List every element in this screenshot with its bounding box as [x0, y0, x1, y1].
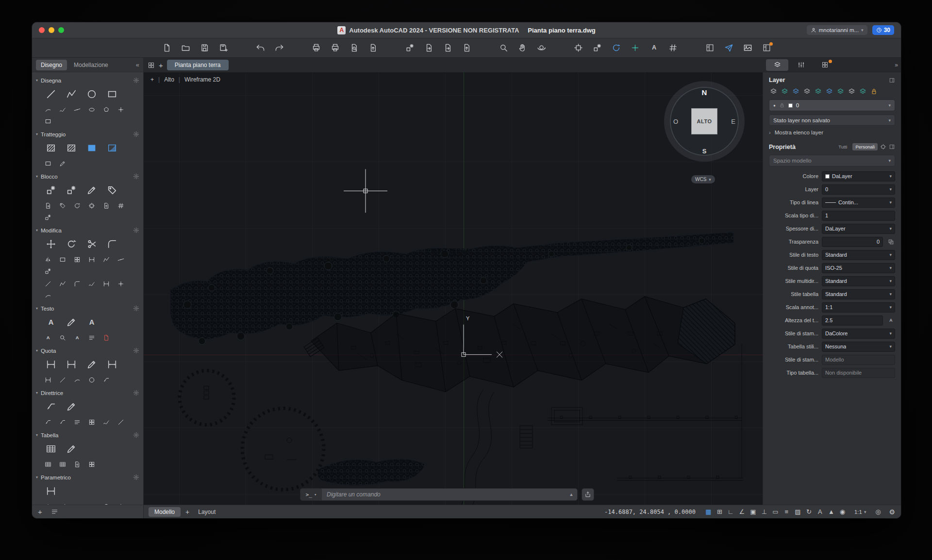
- orbit-button[interactable]: [534, 41, 549, 55]
- undock-layer-panel-button[interactable]: [889, 77, 895, 83]
- lengthen-tool[interactable]: [42, 290, 54, 300]
- new-drawing-tab-button[interactable]: +: [159, 61, 163, 69]
- hashtag-field-button[interactable]: [666, 41, 680, 55]
- section-header[interactable]: ▾Disegna: [36, 75, 139, 85]
- selection-dropdown[interactable]: Spazio modello ▾: [769, 155, 895, 166]
- plot-button[interactable]: [309, 41, 323, 55]
- document-tab[interactable]: Pianta piano terra: [167, 60, 229, 70]
- compass-west-label[interactable]: O: [673, 118, 678, 125]
- section-header[interactable]: ▾Tabella: [36, 430, 139, 440]
- text-style-tool[interactable]: [83, 314, 100, 330]
- trim-tool[interactable]: [83, 236, 100, 252]
- layer-lock-button[interactable]: [814, 87, 823, 96]
- export-layout-button[interactable]: [440, 41, 455, 55]
- undock-properties-button[interactable]: [889, 144, 895, 150]
- properties-palette-tab[interactable]: [790, 59, 812, 71]
- point-tool[interactable]: [115, 104, 127, 115]
- filter-custom-button[interactable]: Personali: [852, 143, 878, 150]
- insert-block-button[interactable]: [402, 41, 417, 55]
- section-settings-button[interactable]: [133, 131, 139, 137]
- hatch-solid-tool[interactable]: [83, 140, 100, 156]
- property-field[interactable]: 2.5: [822, 315, 883, 326]
- blend-curves-tool[interactable]: [85, 279, 98, 289]
- compass-south-label[interactable]: S: [702, 148, 707, 155]
- symmetric-constraint-tool[interactable]: [115, 501, 127, 505]
- leader-landing-tool[interactable]: [115, 417, 127, 427]
- model-tab[interactable]: Modello: [149, 507, 181, 517]
- user-menu-button[interactable]: mnotarianni m... ▾: [807, 25, 867, 35]
- section-settings-button[interactable]: [133, 347, 139, 354]
- viewport-menu-button[interactable]: +: [150, 76, 154, 83]
- line-tool[interactable]: [42, 86, 60, 102]
- sync-attributes-tool[interactable]: [71, 200, 83, 211]
- rectangle-tool[interactable]: [103, 86, 121, 102]
- zoom-button[interactable]: [58, 27, 64, 33]
- layer-properties-button[interactable]: [769, 87, 778, 96]
- break-tool[interactable]: [42, 279, 54, 289]
- set-base-point-tool[interactable]: [85, 200, 98, 211]
- property-field[interactable]: Standard▾: [822, 289, 895, 299]
- filter-all-button[interactable]: Tutti: [835, 143, 850, 150]
- save-file-button[interactable]: [197, 41, 212, 55]
- layer-off-button[interactable]: [802, 87, 812, 96]
- layer-unisolate-button[interactable]: [836, 87, 845, 96]
- property-field[interactable]: Contin...▾: [822, 198, 895, 208]
- section-settings-button[interactable]: [133, 227, 139, 233]
- publish-button[interactable]: [366, 41, 380, 55]
- layer-state-dropdown[interactable]: Stato layer non salvato ▾: [769, 115, 895, 126]
- erase-tool[interactable]: [115, 254, 127, 264]
- property-field[interactable]: Standard▾: [822, 250, 895, 260]
- zoom-window-button[interactable]: [496, 41, 511, 55]
- stretch-tool[interactable]: [100, 254, 112, 264]
- perpendicular-constraint-tool[interactable]: [71, 501, 83, 505]
- polar-tracking-toggle[interactable]: ∠: [737, 507, 747, 517]
- ellipse-tool[interactable]: [85, 104, 98, 115]
- edit-table-tool[interactable]: [62, 441, 80, 457]
- new-file-button[interactable]: [159, 41, 174, 55]
- property-field[interactable]: 0▾: [822, 184, 895, 195]
- annotation-scale-button[interactable]: 1:1 ▾: [852, 509, 868, 515]
- minimize-button[interactable]: [49, 27, 54, 33]
- section-settings-button[interactable]: [133, 474, 139, 480]
- explode-tool[interactable]: [42, 266, 54, 276]
- gradient-tool[interactable]: [103, 140, 121, 156]
- dimension-tool[interactable]: [42, 357, 60, 372]
- close-button[interactable]: [39, 27, 45, 33]
- mirror-tool[interactable]: [42, 254, 54, 264]
- property-field[interactable]: 1: [822, 211, 895, 221]
- export-table-tool[interactable]: [71, 459, 83, 469]
- edit-dimension-tool[interactable]: [83, 357, 100, 372]
- join-tool[interactable]: [56, 279, 68, 289]
- angular-dimension-tool[interactable]: [71, 375, 83, 385]
- compass-north-label[interactable]: N: [702, 88, 707, 97]
- layer-merge-button[interactable]: [847, 87, 856, 96]
- command-input[interactable]: [322, 489, 566, 500]
- quick-select-button[interactable]: [571, 41, 585, 55]
- boundary-tool[interactable]: [42, 158, 54, 168]
- dynamic-input-toggle[interactable]: ▭: [770, 507, 781, 517]
- region-tool[interactable]: [42, 116, 54, 126]
- autoscale-annotations-toggle[interactable]: ▲: [826, 507, 836, 517]
- section-header[interactable]: ▾Tratteggio: [36, 129, 139, 139]
- add-tool-set-button[interactable]: +: [38, 508, 42, 516]
- section-settings-button[interactable]: [133, 432, 139, 438]
- quick-select-button[interactable]: [880, 144, 886, 150]
- xref-update-button[interactable]: [609, 41, 623, 55]
- redo-button[interactable]: [272, 41, 286, 55]
- block-count-tool[interactable]: [115, 200, 127, 211]
- hatch-pattern-tool[interactable]: [62, 140, 80, 156]
- section-header[interactable]: ▾Direttrice: [36, 388, 139, 398]
- property-field[interactable]: ISO-25▾: [822, 263, 895, 273]
- ordinate-dimension-tool[interactable]: [100, 375, 112, 385]
- tool-sets-palette-tab[interactable]: [814, 59, 836, 71]
- quick-dimension-tool[interactable]: [62, 357, 80, 372]
- rotate-tool[interactable]: [62, 236, 80, 252]
- annotation-visibility-toggle[interactable]: A: [815, 507, 825, 517]
- open-file-button[interactable]: [178, 41, 193, 55]
- pan-button[interactable]: [515, 41, 530, 55]
- tool-palettes-button[interactable]: [759, 41, 774, 55]
- array-tool[interactable]: [71, 254, 83, 264]
- save-as-button[interactable]: [216, 41, 231, 55]
- spline-tool[interactable]: [56, 104, 68, 115]
- new-layout-button[interactable]: +: [185, 508, 189, 516]
